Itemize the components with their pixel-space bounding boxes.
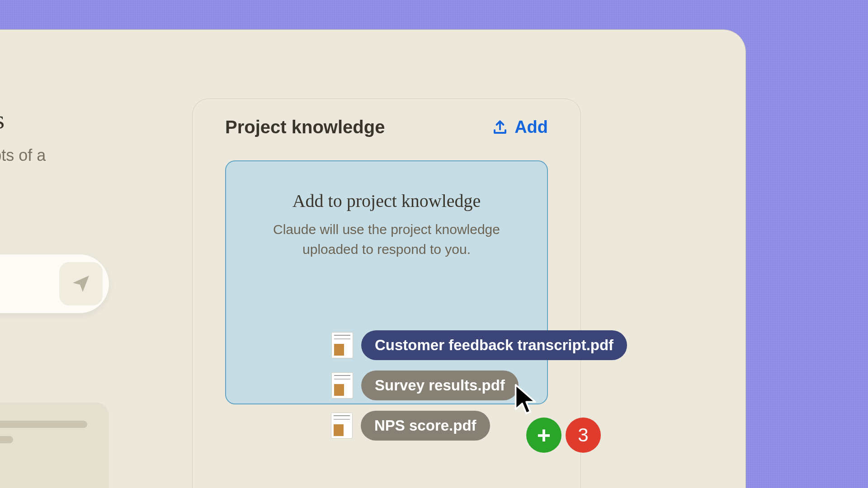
- message-composer: [0, 254, 109, 313]
- dropzone-description: Claude will use the project knowledge up…: [226, 220, 547, 259]
- document-icon: [331, 372, 353, 399]
- history-card[interactable]: Liana Ahsam: [0, 403, 109, 488]
- document-icon: [331, 413, 353, 439]
- page-title: Customer Call Transcripts: [0, 104, 5, 135]
- drag-count-badge: 3: [566, 418, 601, 453]
- history-author: Liana Ahsam: [0, 469, 87, 486]
- dropzone-description-line: uploaded to respond to you.: [302, 242, 471, 257]
- drag-add-badge: +: [526, 418, 561, 453]
- message-input[interactable]: [0, 274, 50, 294]
- knowledge-panel-title: Project knowledge: [225, 117, 385, 137]
- dragged-file[interactable]: Customer feedback transcript.pdf: [331, 330, 627, 360]
- page-description-line: This project contains the call transcrip…: [0, 146, 46, 164]
- dropzone-description-line: Claude will use the project knowledge: [273, 222, 500, 237]
- document-icon: [331, 332, 353, 358]
- plus-icon: +: [537, 423, 551, 447]
- add-knowledge-label: Add: [514, 117, 548, 137]
- send-icon: [70, 273, 92, 295]
- dragged-file[interactable]: Survey results.pdf: [331, 371, 519, 400]
- history-placeholder-line: [0, 436, 13, 443]
- page-description: This project contains the call transcrip…: [0, 145, 46, 188]
- dragged-file-name: Survey results.pdf: [361, 371, 519, 400]
- dropzone-title: Add to project knowledge: [226, 190, 547, 211]
- history-placeholder-line: [0, 421, 87, 428]
- send-button[interactable]: [59, 262, 103, 305]
- add-knowledge-button[interactable]: Add: [492, 117, 548, 137]
- upload-icon: [492, 119, 508, 136]
- dragged-file[interactable]: NPS score.pdf: [331, 411, 490, 441]
- app-window: Customer Call Transcripts This project c…: [0, 29, 746, 488]
- knowledge-dropzone[interactable]: Add to project knowledge Claude will use…: [225, 160, 548, 404]
- dragged-file-name: Customer feedback transcript.pdf: [361, 330, 627, 360]
- dragged-file-name: NPS score.pdf: [361, 411, 490, 441]
